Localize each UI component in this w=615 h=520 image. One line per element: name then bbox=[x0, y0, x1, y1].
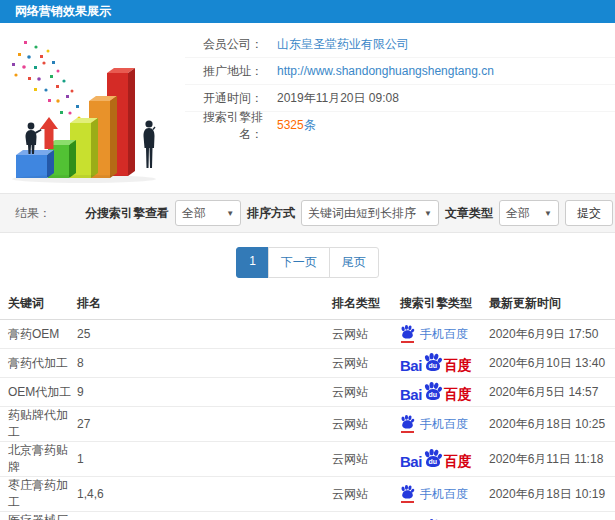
company-label: 会员公司： bbox=[185, 36, 263, 53]
table-header-row: 关键词 排名 排名类型 搜索引擎类型 最新更新时间 bbox=[0, 290, 615, 320]
col-rank: 排名 bbox=[77, 290, 332, 320]
col-rank-type: 排名类型 bbox=[332, 290, 400, 320]
table-row: OEM代加工 9 云网站 手机百度 Bai du 百度 bbox=[0, 378, 615, 407]
top-section: 会员公司： 山东皇圣堂药业有限公司 推广地址： http://www.shand… bbox=[0, 23, 615, 191]
rank-cell[interactable]: 1,4,6 bbox=[77, 477, 332, 512]
col-engine-type: 搜索引擎类型 bbox=[400, 290, 489, 320]
info-row-url: 推广地址： http://www.shandonghuangshengtang.… bbox=[185, 58, 615, 85]
engine-type-cell: 手机百度 Bai du 百度 bbox=[400, 477, 489, 512]
engine-type-cell: 手机百度 Bai du 百度 bbox=[400, 407, 489, 442]
table-row: 药贴牌代加工 27 云网站 手机百度 Bai du 百度 bbox=[0, 407, 615, 442]
article-type-value: 全部 bbox=[506, 205, 530, 222]
mobile-baidu-logo: 手机百度 bbox=[400, 325, 489, 343]
filter-bar: 结果： 分搜索引擎查看 全部 ▼ 排序方式 关键词由短到长排序 ▼ 文章类型 全… bbox=[0, 193, 615, 233]
baidu-paw-icon bbox=[400, 485, 415, 503]
baidu-logo-bai: Bai bbox=[400, 387, 422, 402]
rank-cell[interactable]: 27 bbox=[77, 407, 332, 442]
rank-type-cell: 云网站 bbox=[332, 407, 400, 442]
keyword-cell: 药贴牌代加工 bbox=[0, 407, 77, 442]
page-title: 网络营销效果展示 bbox=[0, 0, 615, 23]
article-type-label: 文章类型 bbox=[445, 205, 493, 222]
baidu-logo-bai: Bai bbox=[400, 454, 422, 469]
page-1-button[interactable]: 1 bbox=[236, 247, 269, 278]
baidu-logo-bai: Bai bbox=[400, 358, 422, 373]
baidu-paw-icon: du bbox=[423, 353, 443, 373]
company-link[interactable]: 山东皇圣堂药业有限公司 bbox=[277, 36, 409, 53]
baidu-logo-cn: 百度 bbox=[444, 454, 472, 469]
rank-type-cell: 云网站 bbox=[332, 442, 400, 477]
mobile-baidu-label: 手机百度 bbox=[420, 326, 468, 343]
businessman-right bbox=[144, 120, 156, 168]
rank-cell[interactable]: 1 bbox=[77, 442, 332, 477]
url-label: 推广地址： bbox=[185, 63, 263, 80]
engine-filter-value: 全部 bbox=[182, 205, 206, 222]
rank-type-cell: 云网站 bbox=[332, 477, 400, 512]
rank-type-cell: 云网站 bbox=[332, 349, 400, 378]
mobile-baidu-logo: 手机百度 bbox=[400, 485, 489, 503]
keyword-cell: 枣庄膏药加工 bbox=[0, 477, 77, 512]
pagination: 1 下一页 尾页 bbox=[0, 247, 615, 278]
rank-count-value: 5325条 bbox=[277, 117, 316, 134]
table-row: 枣庄膏药加工 1,4,6 云网站 手机百度 Bai du bbox=[0, 477, 615, 512]
keyword-cell: OEM代加工 bbox=[0, 378, 77, 407]
info-row-rank-count: 搜索引擎排名： 5325条 bbox=[185, 112, 615, 139]
baidu-logo: Bai du 百度 bbox=[400, 353, 489, 373]
rank-cell[interactable]: 25 bbox=[77, 320, 332, 349]
baidu-logo-du: du bbox=[429, 361, 438, 368]
updated-time-cell: 2020年6月18日 10:25 bbox=[489, 407, 615, 442]
table-row: 膏药代加工 8 云网站 手机百度 Bai du 百度 bbox=[0, 349, 615, 378]
keyword-cell: 医疗器械厂家 bbox=[0, 512, 77, 520]
engine-type-cell: 手机百度 Bai du 百度 bbox=[400, 378, 489, 407]
baidu-logo: Bai du 百度 bbox=[400, 382, 489, 402]
open-time-value: 2019年11月20日 09:08 bbox=[277, 90, 399, 107]
sort-filter-select[interactable]: 关键词由短到长排序 ▼ bbox=[301, 200, 439, 226]
engine-filter-label: 分搜索引擎查看 bbox=[85, 205, 169, 222]
rank-cell[interactable]: 8 bbox=[77, 349, 332, 378]
mobile-baidu-label: 手机百度 bbox=[420, 416, 468, 433]
promotion-url-link[interactable]: http://www.shandonghuangshengtang.cn bbox=[277, 64, 494, 78]
keyword-cell: 膏药代加工 bbox=[0, 349, 77, 378]
updated-time-cell: 2020年6月18日 10:19 bbox=[489, 477, 615, 512]
engine-type-cell: 手机百度 Bai du 百度 bbox=[400, 349, 489, 378]
sort-filter-value: 关键词由短到长排序 bbox=[308, 205, 416, 222]
result-label: 结果： bbox=[15, 205, 51, 222]
bar-blue bbox=[16, 150, 54, 178]
chevron-down-icon: ▼ bbox=[424, 209, 432, 218]
baidu-logo-cn: 百度 bbox=[444, 358, 472, 373]
col-updated: 最新更新时间 bbox=[489, 290, 615, 320]
updated-time-cell: 2020年6月10日 13:40 bbox=[489, 349, 615, 378]
updated-time-cell: 2020年6月11日 11:18 bbox=[489, 442, 615, 477]
member-info-panel: 会员公司： 山东皇圣堂药业有限公司 推广地址： http://www.shand… bbox=[185, 31, 615, 139]
updated-time-cell: 2020年6月9日 17:50 bbox=[489, 320, 615, 349]
baidu-paw-icon: du bbox=[423, 382, 443, 402]
marketing-report-page: 网络营销效果展示 bbox=[0, 0, 615, 520]
submit-button[interactable]: 提交 bbox=[565, 200, 613, 226]
confetti-dots bbox=[12, 41, 81, 120]
last-page-button[interactable]: 尾页 bbox=[329, 247, 379, 278]
mobile-baidu-logo: 手机百度 bbox=[400, 415, 489, 433]
baidu-paw-icon bbox=[400, 415, 415, 433]
chevron-down-icon: ▼ bbox=[226, 209, 234, 218]
baidu-paw-icon bbox=[400, 325, 415, 343]
keyword-cell: 膏药OEM bbox=[0, 320, 77, 349]
keyword-cell: 北京膏药贴牌 bbox=[0, 442, 77, 477]
rank-count-suffix: 条 bbox=[304, 118, 316, 132]
baidu-logo: Bai du 百度 bbox=[400, 449, 489, 469]
rank-cell[interactable]: 4 bbox=[77, 512, 332, 520]
rank-type-cell: 云网站 bbox=[332, 378, 400, 407]
mobile-baidu-label: 手机百度 bbox=[420, 486, 468, 503]
col-keyword: 关键词 bbox=[0, 290, 77, 320]
growth-chart-illustration bbox=[4, 33, 184, 185]
baidu-logo-cn: 百度 bbox=[444, 387, 472, 402]
baidu-logo-du: du bbox=[429, 457, 438, 464]
article-type-select[interactable]: 全部 ▼ bbox=[499, 200, 559, 226]
engine-type-cell: 手机百度 Bai du 百度 bbox=[400, 512, 489, 520]
baidu-paw-icon: du bbox=[423, 449, 443, 469]
next-page-button[interactable]: 下一页 bbox=[268, 247, 330, 278]
engine-filter-select[interactable]: 全部 ▼ bbox=[175, 200, 241, 226]
sort-filter-label: 排序方式 bbox=[247, 205, 295, 222]
info-row-company: 会员公司： 山东皇圣堂药业有限公司 bbox=[185, 31, 615, 58]
table-row: 膏药OEM 25 云网站 手机百度 Bai du 百度 bbox=[0, 320, 615, 349]
rank-cell[interactable]: 9 bbox=[77, 378, 332, 407]
rank-count-number: 5325 bbox=[277, 118, 304, 132]
